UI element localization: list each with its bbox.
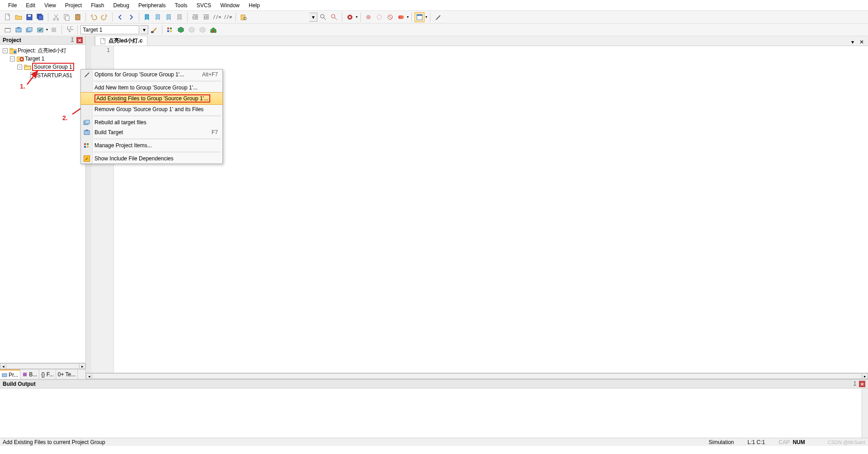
close-panel-icon[interactable]: ✕ — [76, 37, 83, 43]
breakpoint-enable-icon[interactable] — [374, 12, 384, 22]
menu-window[interactable]: Window — [216, 1, 244, 10]
breakpoint-kill-icon[interactable] — [396, 12, 406, 22]
ctx-rebuild-all[interactable]: Rebuild all target files — [81, 117, 222, 127]
ctx-build-target[interactable]: Build Target F7 — [81, 127, 222, 137]
find-dropdown[interactable]: ▾ — [309, 13, 317, 22]
menu-edit[interactable]: Edit — [21, 1, 40, 10]
collapse-icon[interactable]: − — [10, 56, 15, 61]
collapse-icon[interactable]: − — [17, 65, 22, 70]
project-hscroll[interactable]: ◂ ▸ — [0, 363, 85, 369]
manage-items-icon[interactable] — [165, 25, 175, 35]
save-icon[interactable] — [24, 12, 34, 22]
comment-icon[interactable]: //≡ — [212, 12, 222, 22]
nav-forward-icon[interactable] — [126, 12, 136, 22]
menu-file[interactable]: File — [4, 1, 21, 10]
svg-rect-33 — [151, 31, 154, 33]
ctx-show-include-deps[interactable]: ✓ Show Include File Dependencies — [81, 154, 222, 164]
open-file-icon[interactable] — [14, 12, 24, 22]
pack-installer-icon[interactable] — [187, 25, 197, 35]
svg-rect-51 — [84, 131, 90, 135]
copy-icon[interactable] — [62, 12, 72, 22]
ctx-options-for-group[interactable]: Options for Group 'Source Group 1'... Al… — [81, 70, 222, 80]
build-icon[interactable] — [14, 25, 24, 35]
target-options-icon[interactable] — [149, 25, 159, 35]
bookmark-prev-icon[interactable] — [153, 12, 163, 22]
scroll-right-icon[interactable]: ▸ — [79, 363, 85, 369]
breakpoint-insert-icon[interactable] — [363, 12, 373, 22]
rebuild-icon[interactable] — [24, 25, 34, 35]
pin-icon[interactable] — [69, 37, 75, 43]
menu-help[interactable]: Help — [244, 1, 264, 10]
window-layout-icon[interactable] — [415, 12, 425, 22]
ctx-remove-group[interactable]: Remove Group 'Source Group 1' and its Fi… — [81, 104, 222, 114]
home-icon[interactable] — [208, 25, 218, 35]
ctx-add-existing-files[interactable]: Add Existing Files to Group 'Source Grou… — [80, 92, 223, 105]
menu-tools[interactable]: Tools — [170, 1, 192, 10]
unindent-icon[interactable] — [201, 12, 211, 22]
tab-dropdown-icon[interactable]: ▾ — [849, 38, 856, 46]
redo-icon[interactable] — [99, 12, 109, 22]
scroll-right-icon[interactable]: ▸ — [862, 373, 868, 379]
undo-icon[interactable] — [89, 12, 99, 22]
close-panel-icon[interactable]: ✕ — [859, 381, 865, 387]
tab-templates[interactable]: 0+ Te... — [56, 370, 78, 379]
menu-view[interactable]: View — [40, 1, 61, 10]
code-area[interactable] — [114, 46, 868, 373]
tab-books[interactable]: B... — [20, 370, 39, 379]
target-dropdown[interactable]: ▾ — [140, 25, 148, 34]
tab-project[interactable]: Pr... — [0, 370, 20, 379]
menu-flash[interactable]: Flash — [86, 1, 108, 10]
scroll-left-icon[interactable]: ◂ — [0, 363, 6, 369]
project-tab-strip: Pr... B... {} F... 0+ Te... — [0, 369, 85, 379]
project-tree[interactable]: − Project: 点亮led小灯 − Target 1 − Source G… — [0, 45, 85, 363]
svg-rect-10 — [77, 14, 79, 15]
pin-icon[interactable] — [852, 381, 858, 387]
menu-debug[interactable]: Debug — [109, 1, 134, 10]
menu-project[interactable]: Project — [61, 1, 86, 10]
pack-installer2-icon[interactable] — [198, 25, 208, 35]
paste-icon[interactable] — [73, 12, 83, 22]
editor-tab-active[interactable]: 点亮led小灯.c — [95, 36, 147, 46]
editor-hscroll[interactable]: ◂ ▸ — [86, 373, 868, 379]
tab-close-icon[interactable]: ✕ — [858, 38, 865, 46]
tab-functions[interactable]: {} F... — [39, 370, 56, 379]
new-file-icon[interactable] — [3, 12, 13, 22]
bookmark-icon[interactable] — [142, 12, 152, 22]
save-all-icon[interactable] — [35, 12, 45, 22]
project-panel: Project ✕ − Project: 点亮led小灯 − Target 1 — [0, 36, 86, 379]
batch-build-icon[interactable] — [35, 25, 45, 35]
scroll-left-icon[interactable]: ◂ — [86, 373, 92, 379]
menu-svcs[interactable]: SVCS — [192, 1, 216, 10]
bookmark-next-icon[interactable] — [164, 12, 174, 22]
translate-icon[interactable] — [3, 25, 13, 35]
build-output-body[interactable] — [0, 388, 862, 438]
configure-icon[interactable] — [433, 12, 443, 22]
incremental-find-icon[interactable] — [329, 12, 339, 22]
menu-peripherals[interactable]: Peripherals — [134, 1, 170, 10]
find-icon[interactable] — [318, 12, 328, 22]
bookmark-clear-icon[interactable] — [175, 12, 184, 22]
tree-startup-file[interactable]: STARTUP.A51 — [1, 71, 85, 80]
ctx-label: Add Existing Files to Group 'Source Grou… — [94, 94, 210, 103]
select-packs-icon[interactable] — [176, 25, 186, 35]
breakpoint-disable-icon[interactable] — [385, 12, 395, 22]
tree-target[interactable]: − Target 1 — [1, 55, 85, 62]
ctx-add-new-item[interactable]: Add New Item to Group 'Source Group 1'..… — [81, 83, 222, 93]
target-select[interactable] — [80, 25, 139, 34]
ctx-manage-project-items[interactable]: Manage Project Items... — [81, 140, 222, 150]
debug-icon[interactable] — [345, 12, 355, 22]
download-icon[interactable]: LOAD — [65, 25, 75, 35]
svg-point-18 — [377, 15, 382, 19]
uncomment-icon[interactable]: //≢ — [223, 12, 233, 22]
svg-point-44 — [21, 58, 23, 60]
nav-back-icon[interactable] — [115, 12, 125, 22]
cut-icon[interactable] — [51, 12, 61, 22]
find-in-files-icon[interactable] — [239, 12, 249, 22]
indent-icon[interactable] — [190, 12, 200, 22]
svg-rect-31 — [52, 28, 56, 32]
build-output-vscroll[interactable] — [862, 388, 868, 438]
tree-source-group[interactable]: − Source Group 1 — [1, 62, 85, 71]
collapse-icon[interactable]: − — [3, 48, 8, 53]
stop-build-icon[interactable] — [49, 25, 59, 35]
tree-project-root[interactable]: − Project: 点亮led小灯 — [1, 47, 85, 55]
